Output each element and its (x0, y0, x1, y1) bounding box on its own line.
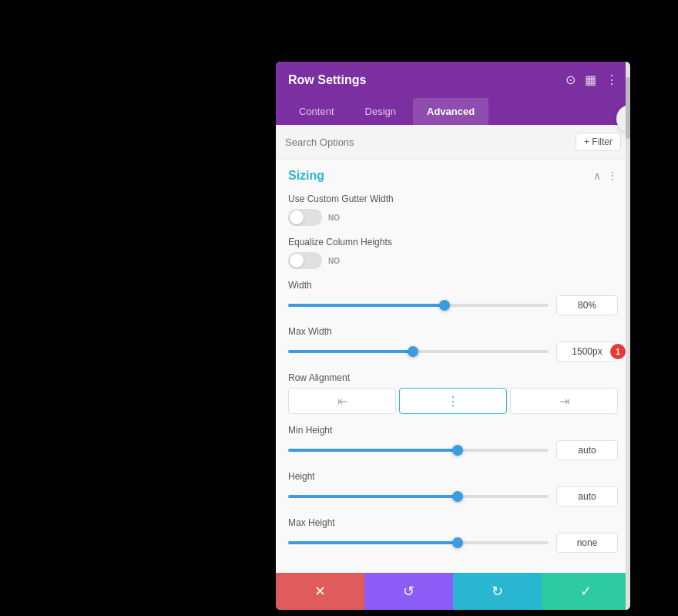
min-height-slider-row: auto (288, 440, 618, 460)
min-height-slider-fill (288, 449, 458, 452)
equalize-heights-toggle-container: NO (288, 252, 618, 269)
equalize-toggle-knob (290, 254, 304, 268)
height-setting: Height auto (288, 471, 618, 507)
more-icon[interactable]: ⋮ (606, 72, 618, 87)
min-height-value[interactable]: auto (556, 440, 618, 460)
layout-icon[interactable]: ▦ (585, 72, 596, 87)
width-slider-fill (288, 304, 445, 307)
height-slider-row: auto (288, 486, 618, 507)
height-slider-thumb[interactable] (452, 491, 463, 502)
panel-header: Row Settings ⊙ ▦ ⋮ (276, 62, 630, 98)
cancel-button[interactable]: ✕ (276, 573, 364, 610)
scrollbar-thumb[interactable] (626, 77, 630, 139)
min-height-label: Min Height (288, 425, 618, 436)
min-height-slider-track[interactable] (288, 449, 549, 452)
align-center-icon: ⋮ (447, 394, 459, 409)
section-more-icon[interactable]: ⋮ (607, 170, 618, 182)
reset-icon: ↺ (403, 583, 415, 600)
width-slider-thumb[interactable] (439, 300, 450, 311)
collapse-icon[interactable]: ∧ (593, 170, 601, 182)
save-button[interactable]: ✓ (542, 573, 630, 610)
align-center-button[interactable]: ⋮ (399, 388, 507, 414)
filter-button[interactable]: + Filter (576, 133, 621, 151)
tab-design[interactable]: Design (351, 98, 410, 125)
panel-title: Row Settings (288, 73, 366, 87)
section-header: Sizing ∧ ⋮ (288, 169, 618, 183)
alignment-buttons: ⇤ ⋮ ⇥ (288, 388, 618, 414)
panel-footer: ✕ ↺ ↻ ✓ (276, 573, 630, 610)
min-height-setting: Min Height auto (288, 425, 618, 460)
save-icon: ✓ (580, 583, 592, 600)
gutter-width-toggle[interactable] (288, 209, 322, 226)
equalize-heights-toggle-label: NO (328, 257, 340, 265)
redo-icon: ↻ (492, 583, 503, 600)
min-height-slider-thumb[interactable] (452, 445, 463, 456)
max-height-slider-track[interactable] (288, 541, 549, 544)
target-icon[interactable]: ⊙ (566, 72, 576, 87)
max-height-value[interactable]: none (556, 533, 618, 553)
gutter-width-toggle-label: NO (328, 214, 340, 222)
height-slider-fill (288, 495, 458, 498)
max-width-setting: Max Width 1500px 1 (288, 326, 618, 362)
max-width-value[interactable]: 1500px (556, 342, 618, 362)
max-height-setting: Max Height none (288, 517, 618, 553)
scrollbar[interactable] (626, 62, 630, 610)
gutter-width-setting: Use Custom Gutter Width NO (288, 194, 618, 226)
equalize-heights-label: Equalize Column Heights (288, 237, 618, 247)
max-width-slider-fill (288, 350, 413, 353)
equalize-heights-setting: Equalize Column Heights NO (288, 237, 618, 269)
search-input[interactable] (285, 136, 569, 148)
row-alignment-setting: Row Alignment ⇤ ⋮ ⇥ (288, 372, 618, 414)
gutter-width-toggle-container: NO (288, 209, 618, 226)
max-width-slider-row: 1500px 1 (288, 342, 618, 362)
width-slider-row: 80% (288, 295, 618, 315)
max-height-slider-thumb[interactable] (452, 537, 463, 548)
max-width-value-wrapper: 1500px 1 (556, 342, 618, 362)
reset-button[interactable]: ↺ (364, 573, 453, 610)
max-width-slider-thumb[interactable] (408, 346, 418, 357)
max-height-slider-row: none (288, 533, 618, 553)
equalize-heights-toggle[interactable] (288, 252, 322, 269)
cancel-icon: ✕ (314, 583, 326, 600)
max-width-label: Max Width (288, 326, 618, 337)
width-value[interactable]: 80% (556, 295, 618, 315)
align-right-icon: ⇥ (559, 394, 569, 409)
align-left-icon: ⇤ (337, 394, 347, 409)
tab-content[interactable]: Content (285, 98, 348, 125)
row-alignment-label: Row Alignment (288, 372, 618, 383)
search-bar: + Filter (276, 125, 630, 160)
gutter-width-label: Use Custom Gutter Width (288, 194, 618, 204)
height-value[interactable]: auto (556, 486, 618, 507)
header-icons: ⊙ ▦ ⋮ (566, 72, 618, 87)
max-width-slider-track[interactable] (288, 350, 549, 353)
panel-content: Sizing ∧ ⋮ Use Custom Gutter Width NO Eq… (276, 160, 630, 573)
max-height-label: Max Height (288, 517, 618, 528)
section-title: Sizing (288, 169, 324, 183)
max-width-badge: 1 (610, 344, 626, 359)
toggle-knob (290, 210, 304, 224)
max-height-slider-fill (288, 541, 458, 544)
tab-bar: Content Design Advanced (276, 98, 630, 125)
section-controls: ∧ ⋮ (593, 170, 618, 182)
redo-button[interactable]: ↻ (453, 573, 542, 610)
width-setting: Width 80% (288, 280, 618, 315)
width-label: Width (288, 280, 618, 291)
tab-advanced[interactable]: Advanced (413, 98, 488, 125)
height-slider-track[interactable] (288, 495, 549, 498)
align-right-button[interactable]: ⇥ (510, 388, 618, 414)
width-slider-track[interactable] (288, 304, 549, 307)
align-left-button[interactable]: ⇤ (288, 388, 396, 414)
height-label: Height (288, 471, 618, 482)
row-settings-panel: Row Settings ⊙ ▦ ⋮ Content Design Advanc… (276, 62, 630, 610)
